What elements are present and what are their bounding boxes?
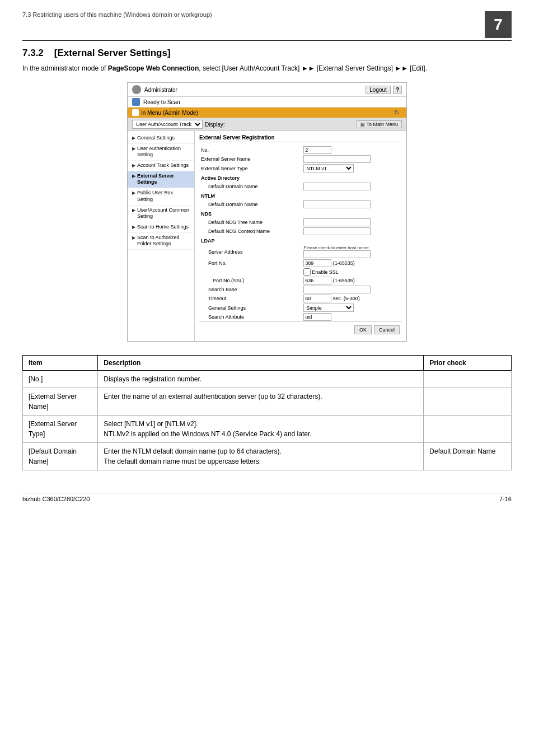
field-label-timeout: Timeout bbox=[199, 294, 302, 303]
port-ssl-range: (1-65535) bbox=[333, 278, 355, 283]
section-description: In the administrator mode of PageScope W… bbox=[22, 63, 512, 73]
field-value-port-ssl: (1-65535) bbox=[302, 276, 402, 285]
description-bold: PageScope Web Connection bbox=[108, 64, 199, 72]
sidebar-label-user-account: User/Account Common Setting bbox=[137, 207, 190, 220]
enable-ssl-label: Enable SSL bbox=[303, 268, 400, 276]
field-label-search-attribute: Search Attribute bbox=[199, 312, 302, 321]
wi-nav-bar: User Auth/Account Track Display: ▤ To Ma… bbox=[128, 118, 406, 131]
input-ad-domain[interactable] bbox=[303, 183, 371, 190]
field-label-port-no: Port No. bbox=[199, 259, 302, 268]
wi-menu-text: In Menu (Admin Mode) bbox=[141, 110, 198, 116]
field-label-no: No. bbox=[199, 146, 302, 155]
field-row-no: No. bbox=[199, 146, 402, 155]
section-label-ntlm: NTLM bbox=[199, 191, 402, 200]
input-search-base[interactable] bbox=[303, 286, 371, 293]
sidebar-arrow-public-user: ▶ bbox=[132, 190, 135, 195]
web-interface-screenshot: Administrator Logout ? Ready to Scan In … bbox=[127, 82, 407, 342]
wi-nav-select[interactable]: User Auth/Account Track bbox=[132, 120, 203, 129]
field-row-ntlm-label: NTLM bbox=[199, 191, 402, 200]
field-row-server-address: Server Address Please check to enter hos… bbox=[199, 245, 402, 259]
server-address-hint: Please check to enter host name. bbox=[303, 245, 400, 250]
subsection-number: 7.3.2 bbox=[22, 48, 44, 58]
field-row-port-no: Port No. (1-65535) bbox=[199, 259, 402, 268]
wi-help-button[interactable]: ? bbox=[393, 86, 402, 94]
input-search-attribute[interactable] bbox=[303, 313, 331, 321]
sidebar-label-general: General Settings bbox=[137, 135, 175, 142]
wi-buttons-row: OK Cancel bbox=[199, 321, 402, 338]
table-cell-prior-2 bbox=[424, 416, 512, 443]
wi-ok-button[interactable]: OK bbox=[354, 325, 372, 334]
field-row-nds-context: Default NDS Context Name bbox=[199, 227, 402, 236]
input-no[interactable] bbox=[303, 146, 331, 154]
section-title-header: Restricting users of this machine (Windo… bbox=[32, 11, 212, 18]
sidebar-label-user-auth: User Authentication Setting bbox=[137, 146, 190, 158]
field-row-nds-tree: Default NDS Tree Name bbox=[199, 218, 402, 227]
field-row-server-type: External Server Type NTLM v1 NTLM v2 bbox=[199, 164, 402, 173]
footer-page: 7-16 bbox=[499, 496, 512, 502]
field-row-search-base: Search Base bbox=[199, 285, 402, 294]
sidebar-item-account-track[interactable]: ▶ Account Track Settings bbox=[128, 161, 194, 171]
table-row: [No.] Displays the registration number. bbox=[23, 371, 512, 388]
field-label-enable-ssl bbox=[199, 268, 302, 276]
field-row-active-directory-label: Active Directory bbox=[199, 173, 402, 182]
table-cell-prior-3: Default Domain Name bbox=[424, 443, 512, 470]
wi-cancel-button[interactable]: Cancel bbox=[374, 325, 400, 334]
sidebar-item-scan-folder[interactable]: ▶ Scan to Authorized Folder Settings bbox=[128, 233, 194, 250]
input-timeout[interactable] bbox=[303, 295, 331, 302]
table-row: [Default Domain Name] Enter the NTLM def… bbox=[23, 443, 512, 470]
field-label-server-type: External Server Type bbox=[199, 164, 302, 173]
select-server-type[interactable]: NTLM v1 NTLM v2 bbox=[303, 164, 354, 172]
table-cell-item-0: [No.] bbox=[23, 371, 98, 388]
wi-sidebar: ▶ General Settings ▶ User Authentication… bbox=[128, 131, 195, 341]
field-row-timeout: Timeout sec. (5-300) bbox=[199, 294, 402, 303]
input-nds-context[interactable] bbox=[303, 227, 371, 235]
field-value-nds-tree bbox=[302, 218, 402, 227]
page-footer: bizhub C360/C280/C220 7-16 bbox=[22, 493, 512, 502]
description-text-after: , select [User Auth/Account Track] ►► [E… bbox=[199, 64, 427, 72]
timeout-unit: sec. (5-300) bbox=[333, 296, 360, 301]
input-port-ssl[interactable] bbox=[303, 277, 331, 284]
wi-menu-icon-small: ▤ bbox=[360, 122, 365, 127]
field-value-timeout: sec. (5-300) bbox=[302, 294, 402, 303]
field-label-ntlm-domain: Default Domain Name bbox=[199, 200, 302, 209]
field-row-enable-ssl: Enable SSL bbox=[199, 268, 402, 276]
sidebar-item-public-user[interactable]: ▶ Public User Box Setting bbox=[128, 188, 194, 205]
sidebar-item-scan-home[interactable]: ▶ Scan to Home Settings bbox=[128, 222, 194, 233]
sidebar-item-user-account[interactable]: ▶ User/Account Common Setting bbox=[128, 206, 194, 222]
input-nds-tree[interactable] bbox=[303, 218, 371, 226]
sidebar-label-scan-home: Scan to Home Settings bbox=[137, 224, 189, 231]
section-label-active-directory: Active Directory bbox=[199, 173, 402, 182]
select-general-settings[interactable]: Simple bbox=[303, 304, 354, 312]
description-table: Item Description Prior check [No.] Displ… bbox=[22, 355, 512, 470]
input-ntlm-domain[interactable] bbox=[303, 200, 371, 208]
section-label-ldap: LDAP bbox=[199, 236, 402, 245]
table-row: [External Server Name] Enter the name of… bbox=[23, 388, 512, 416]
wi-logout-button[interactable]: Logout bbox=[366, 86, 391, 94]
wi-form-table: No. External Server Name External Server… bbox=[199, 146, 402, 321]
sidebar-item-user-auth[interactable]: ▶ User Authentication Setting bbox=[128, 144, 194, 161]
port-no-range: (1-65535) bbox=[333, 260, 355, 266]
sidebar-item-general-settings[interactable]: ▶ General Settings bbox=[128, 133, 194, 144]
wi-status-icon bbox=[132, 98, 140, 106]
section-label: 7.3 Restricting users of this machine (W… bbox=[22, 11, 212, 18]
checkbox-enable-ssl[interactable] bbox=[303, 268, 311, 276]
field-value-server-address: Please check to enter host name. bbox=[302, 245, 402, 259]
input-server-name[interactable] bbox=[303, 155, 371, 163]
table-cell-desc-2: Select [NTLM v1] or [NTLM v2]. NTLMv2 is… bbox=[98, 416, 424, 443]
field-label-port-ssl: Port No.(SSL) bbox=[199, 276, 302, 285]
field-label-nds-tree: Default NDS Tree Name bbox=[199, 218, 302, 227]
field-value-port-no: (1-65535) bbox=[302, 259, 402, 268]
wi-refresh-icon[interactable]: ↻ bbox=[394, 109, 402, 116]
sidebar-label-external-server: External Server Settings bbox=[137, 173, 190, 186]
sidebar-item-external-server[interactable]: ▶ External Server Settings bbox=[128, 171, 194, 188]
wi-menu-left: In Menu (Admin Mode) bbox=[132, 109, 198, 116]
wi-main-menu-button[interactable]: ▤ To Main Menu bbox=[357, 120, 402, 128]
wi-menu-bar: In Menu (Admin Mode) ↻ bbox=[128, 108, 406, 118]
input-port-no[interactable] bbox=[303, 259, 331, 267]
wi-menu-icon bbox=[132, 109, 139, 116]
field-value-ntlm-domain bbox=[302, 200, 402, 209]
field-row-server-name: External Server Name bbox=[199, 155, 402, 164]
input-server-address[interactable] bbox=[303, 250, 371, 258]
wi-main-menu-label: To Main Menu bbox=[366, 122, 398, 127]
wi-status-text: Ready to Scan bbox=[143, 99, 180, 105]
